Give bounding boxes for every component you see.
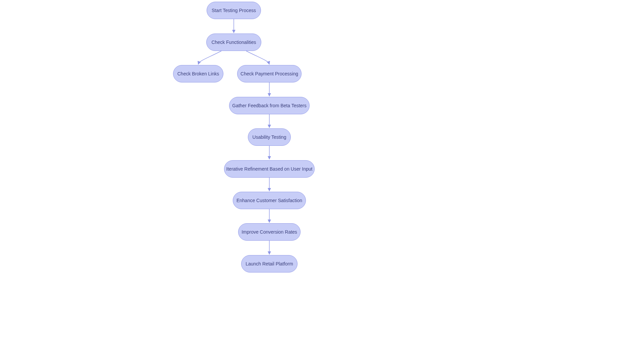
flowchart-canvas: Start Testing Process Check Functionalit…: [0, 0, 644, 362]
node-label: Launch Retail Platform: [246, 261, 293, 266]
node-label: Gather Feedback from Beta Testers: [232, 103, 307, 108]
node-check-functionalities: Check Functionalities: [206, 34, 261, 51]
node-enhance-satisfaction: Enhance Customer Satisfaction: [233, 192, 306, 209]
node-launch-platform: Launch Retail Platform: [241, 255, 298, 273]
node-label: Improve Conversion Rates: [241, 229, 297, 235]
edge-n2-n3: [198, 51, 221, 64]
node-gather-feedback: Gather Feedback from Beta Testers: [229, 97, 310, 114]
node-label: Check Payment Processing: [240, 71, 298, 76]
node-improve-conversion: Improve Conversion Rates: [238, 223, 301, 241]
node-label: Start Testing Process: [212, 8, 256, 13]
node-check-payment-processing: Check Payment Processing: [237, 65, 302, 82]
node-start-testing: Start Testing Process: [207, 2, 261, 19]
node-iterative-refinement: Iterative Refinement Based on User Input: [224, 160, 315, 178]
node-check-broken-links: Check Broken Links: [173, 65, 223, 82]
flowchart-edges: [0, 0, 644, 362]
node-label: Check Broken Links: [177, 71, 219, 76]
edge-n2-n4: [246, 51, 269, 64]
node-label: Check Functionalities: [211, 40, 256, 45]
node-label: Enhance Customer Satisfaction: [236, 198, 302, 203]
node-label: Usability Testing: [253, 134, 286, 140]
node-label: Iterative Refinement Based on User Input: [226, 166, 313, 172]
node-usability-testing: Usability Testing: [248, 128, 291, 146]
